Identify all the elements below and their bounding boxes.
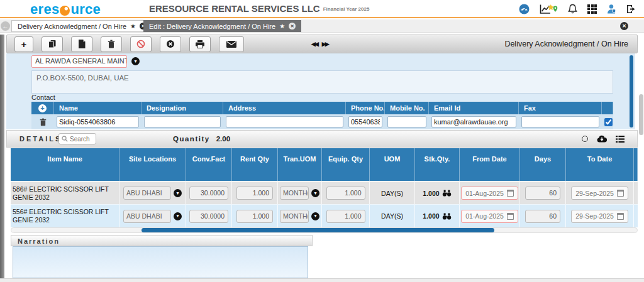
logo-text: eres — [30, 1, 59, 18]
horizontal-scrollbar[interactable] — [11, 227, 638, 233]
add-button[interactable]: + — [14, 36, 33, 52]
favorite-star-icon[interactable]: ★ — [130, 23, 136, 30]
void-button[interactable] — [130, 36, 152, 52]
narration-textarea[interactable] — [13, 246, 308, 278]
days-input[interactable]: 60 — [525, 210, 560, 223]
equip-qty-input[interactable]: 1.000 — [326, 187, 365, 200]
contact-col-address: Address — [223, 102, 346, 114]
tran-uom-select[interactable]: MONTH(S — [280, 210, 309, 223]
conv-fact-input[interactable]: 30.0000 — [189, 187, 228, 200]
next-record-icon[interactable]: ▶▶ — [322, 41, 328, 47]
details-table-header: Item Name Site Locations Conv.Fact Rent … — [11, 148, 638, 181]
tab-edit-delivery-acknowledgment[interactable]: Edit : Delivery Acknowledgment / On Hire… — [143, 20, 301, 32]
contact-col-email: Email Id — [429, 102, 519, 114]
record-toolbar: + ◀◀ ▶▶ — [6, 35, 638, 53]
copy-button[interactable] — [42, 36, 63, 52]
rent-qty-input[interactable]: 1.000 — [236, 210, 273, 223]
days-input[interactable]: 60 — [525, 187, 560, 200]
new-document-button[interactable] — [71, 36, 92, 52]
contact-col-fax: Fax — [519, 102, 602, 114]
refresh-icon[interactable] — [582, 136, 588, 142]
delete-button[interactable] — [101, 36, 122, 52]
col-days: Days — [520, 148, 566, 181]
cancel-button[interactable] — [160, 36, 181, 52]
analytics-favorites-location-icon[interactable] — [540, 4, 558, 14]
favorite-star-icon[interactable]: ★ — [279, 23, 285, 30]
chevron-down-icon[interactable]: ▾ — [174, 212, 182, 220]
tab-delivery-acknowledgment[interactable]: Delivery Acknowledgment / On Hire ★ ✕ — [11, 20, 153, 32]
printer-icon — [196, 40, 204, 48]
tab-scroll-back-icon[interactable]: ← — [1, 21, 10, 31]
horizontal-scrollbar-thumb[interactable] — [142, 228, 494, 232]
table-row: 556# ELECTRIC SCISSOR LIFT GENIE 2032 AB… — [11, 204, 638, 227]
site-location-select[interactable]: ABU DHABI — [123, 187, 171, 200]
to-date-input[interactable]: 29-Sep-2025 — [571, 187, 628, 200]
contact-col-phone: Phone No. — [346, 102, 385, 114]
details-search-box[interactable] — [58, 133, 96, 144]
table-row: 586# ELECTRIC SCISSOR LIFT GENIE 2032 AB… — [11, 181, 638, 204]
contact-table: + Name Designation Address Phone No. Mob… — [31, 102, 613, 129]
apps-grid-icon[interactable] — [587, 4, 597, 14]
collapsed-sidebar-strip[interactable] — [0, 35, 4, 278]
contact-phone-input[interactable] — [348, 116, 382, 127]
quantity-value: 2.00 — [216, 135, 230, 143]
add-contact-icon[interactable]: + — [38, 104, 47, 112]
no-entry-icon — [136, 40, 145, 48]
dashboard-icon[interactable] — [519, 4, 530, 14]
screen-title: Delivery Acknowledgment / On Hire — [504, 40, 628, 48]
list-view-icon[interactable] — [616, 136, 625, 143]
chevron-down-icon[interactable]: ▾ — [311, 212, 319, 220]
cloud-download-icon[interactable] — [597, 135, 607, 143]
chevron-down-icon[interactable]: ▾ — [174, 189, 182, 197]
details-section-title: DETAILS — [19, 135, 62, 143]
contact-email-input[interactable] — [431, 116, 516, 127]
quantity-summary: Quantity2.00 — [173, 135, 230, 143]
user-icon[interactable] — [607, 4, 616, 14]
cancel-circle-icon — [166, 40, 175, 48]
contact-name-input[interactable] — [57, 116, 139, 127]
calendar-icon — [507, 190, 514, 197]
stock-lookup-icon[interactable] — [442, 213, 452, 220]
chevron-down-icon[interactable]: ▾ — [311, 189, 319, 197]
details-table: Item Name Site Locations Conv.Fact Rent … — [11, 148, 638, 227]
site-location-select[interactable]: ABU DHABI — [123, 210, 171, 223]
to-date-input[interactable]: 29-Sep-2025 — [571, 210, 628, 223]
search-icon — [62, 136, 68, 142]
from-date-input[interactable]: 01-Aug-2025 — [461, 210, 518, 223]
details-search-input[interactable] — [70, 136, 93, 143]
stock-lookup-icon[interactable] — [442, 190, 452, 197]
narration-label: Narration — [11, 236, 312, 245]
delete-contact-icon[interactable] — [31, 114, 54, 129]
trash-icon — [108, 40, 115, 48]
page-vertical-scrollbar-thumb[interactable] — [639, 94, 643, 135]
customer-dropdown-icon[interactable]: ▾ — [131, 57, 140, 65]
panel-vertical-scrollbar-thumb[interactable] — [630, 55, 633, 127]
col-from-date: From Date — [460, 148, 520, 181]
logout-icon[interactable] — [626, 4, 636, 14]
contact-designation-input[interactable] — [144, 116, 221, 127]
from-date-input[interactable]: 01-Aug-2025 — [461, 187, 518, 200]
previous-record-icon[interactable]: ◀◀ — [311, 41, 318, 47]
email-button[interactable] — [219, 36, 244, 52]
contact-mobile-input[interactable] — [387, 116, 426, 127]
tran-uom-select[interactable]: MONTH(S — [280, 187, 309, 200]
contact-fax-input[interactable] — [521, 116, 599, 127]
equip-qty-input[interactable]: 1.000 — [326, 210, 365, 223]
calendar-icon — [617, 213, 624, 220]
app-logo[interactable]: eresurce — [30, 1, 101, 18]
conv-fact-input[interactable]: 30.0000 — [189, 210, 228, 223]
contact-active-checkbox[interactable] — [604, 118, 613, 126]
app-header: eresurce ERESOURCE RENTAL SERVICES LLCFi… — [0, 0, 644, 18]
notifications-bell-icon[interactable] — [568, 4, 577, 14]
print-button[interactable] — [189, 36, 211, 52]
rent-qty-input[interactable]: 1.000 — [236, 187, 273, 200]
close-all-tabs-icon[interactable]: ✕ — [620, 22, 628, 30]
envelope-icon — [226, 41, 236, 48]
contact-address-input[interactable] — [226, 116, 343, 127]
customer-name-field[interactable]: AL RAWDA GENERAL MAINT. & — [31, 55, 127, 68]
tab-close-icon[interactable]: ✕ — [289, 23, 296, 30]
item-name-cell: 586# ELECTRIC SCISSOR LIFT GENIE 2032 — [11, 182, 119, 204]
customer-address-textarea[interactable]: P.O.BOX-5500, DUBAI, UAE — [31, 70, 613, 94]
col-stk-qty: Stk.Qty. — [415, 148, 460, 181]
calendar-icon — [617, 190, 624, 197]
